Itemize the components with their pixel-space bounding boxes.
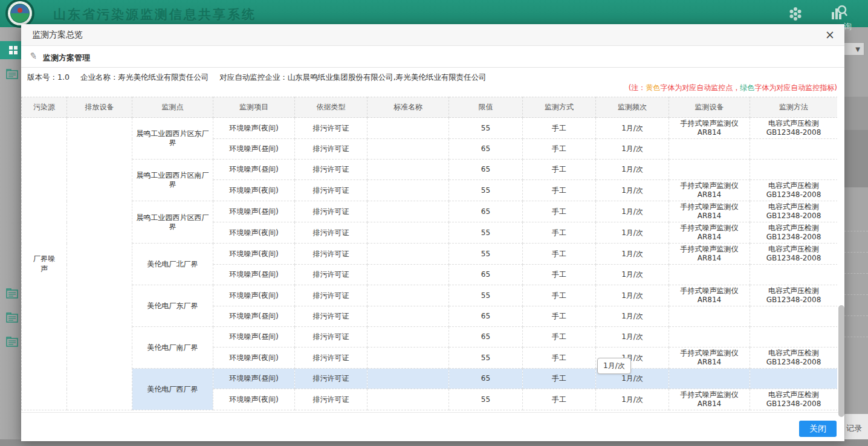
modal-footer: 关闭 <box>21 412 844 441</box>
cell-monitoring-point: 美伦电厂东厂界 <box>132 285 213 327</box>
cell-monitoring-frequency: 1月/次 <box>596 244 669 265</box>
cell-monitoring-device: 手持式噪声监测仪AR814 <box>669 244 750 265</box>
apps-grid-icon[interactable] <box>788 5 803 24</box>
table-row[interactable]: 晨鸣工业园西片区西厂界环境噪声(昼间)排污许可证65手工1月/次手持式噪声监测仪… <box>22 201 838 222</box>
cell-monitoring-item: 环境噪声(夜间) <box>213 244 295 265</box>
legend-note: (注：黄色字体为对应自动监控点，绿色字体为对应自动监控指标) <box>629 83 837 93</box>
cell-limit-value: 55 <box>449 244 523 265</box>
cell-monitoring-frequency: 1月/次 <box>596 285 669 306</box>
cell-monitoring-mode: 手工 <box>523 347 596 369</box>
cell-monitoring-item: 环境噪声(昼间) <box>213 327 295 347</box>
cell-standard-name <box>368 222 449 244</box>
note-prefix: (注： <box>629 83 646 92</box>
frequency-tooltip: 1月/次 <box>597 358 631 374</box>
modal-title: 监测方案总览 <box>32 30 83 40</box>
cell-basis-type: 排污许可证 <box>295 285 368 306</box>
records-label: 记录 <box>846 423 862 434</box>
scrollbar-thumb[interactable] <box>838 305 844 417</box>
cell-monitoring-device <box>669 160 750 180</box>
close-icon[interactable]: × <box>825 28 835 41</box>
cell-standard-name <box>368 201 449 222</box>
sidebar-item-dashboard[interactable] <box>0 41 21 59</box>
auto-company-value: 山东晨鸣纸业集团股份有限公司,寿光美伦纸业有限责任公司 <box>288 73 487 82</box>
cell-monitoring-mode: 手工 <box>523 139 596 160</box>
table-row[interactable]: 美伦电厂西厂界环境噪声(昼间)排污许可证65手工1月/次 <box>22 369 838 389</box>
background-grid-line <box>844 273 868 274</box>
cell-limit-value: 65 <box>449 160 523 180</box>
column-header: 监测方法 <box>750 97 838 118</box>
cell-limit-value: 65 <box>449 306 523 327</box>
cell-basis-type: 排污许可证 <box>295 347 368 369</box>
cell-monitoring-mode: 手工 <box>523 118 596 139</box>
folder-icon[interactable] <box>6 336 18 349</box>
close-button[interactable]: 关闭 <box>799 421 837 437</box>
cell-basis-type: 排污许可证 <box>295 180 368 201</box>
column-header: 依据类型 <box>295 97 368 118</box>
column-header: 监测频次 <box>596 97 669 118</box>
cell-basis-type: 排污许可证 <box>295 222 368 244</box>
cell-standard-name <box>368 180 449 201</box>
cell-basis-type: 排污许可证 <box>295 369 368 389</box>
background-grid-line <box>844 252 868 253</box>
cell-monitoring-device: 手持式噪声监测仪AR814 <box>669 180 750 201</box>
cell-monitoring-mode: 手工 <box>523 265 596 285</box>
sidebar <box>0 27 21 439</box>
cell-monitoring-device <box>669 327 750 347</box>
note-green: 绿色 <box>740 83 754 92</box>
folder-icon[interactable] <box>6 288 18 301</box>
cell-basis-type: 排污许可证 <box>295 389 368 410</box>
cell-monitoring-device <box>669 265 750 285</box>
table-row[interactable]: 厂界噪声晨鸣工业园西片区东厂界环境噪声(夜间)排污许可证55手工1月/次手持式噪… <box>22 118 838 139</box>
app-title: 山东省污染源监测信息共享系统 <box>53 6 256 23</box>
cell-monitoring-mode: 手工 <box>523 327 596 347</box>
version-value: 1.0 <box>57 73 70 82</box>
cell-monitoring-point: 美伦电厂西厂界 <box>132 369 213 410</box>
table-row[interactable]: 美伦电厂东厂界环境噪声(夜间)排污许可证55手工1月/次手持式噪声监测仪AR81… <box>22 285 838 306</box>
cell-standard-name <box>368 389 449 410</box>
column-header: 标准名称 <box>368 97 449 118</box>
cell-monitoring-method: 电容式声压检测GB12348-2008 <box>750 347 838 369</box>
folder-icon[interactable] <box>6 68 18 82</box>
cell-monitoring-method: 电容式声压检测GB12348-2008 <box>750 201 838 222</box>
background-grid-line <box>844 294 868 295</box>
cell-monitoring-method <box>750 139 838 160</box>
cell-monitoring-point: 美伦电厂南厂界 <box>132 327 213 369</box>
version-label: 版本号： <box>27 73 57 82</box>
cell-monitoring-method: 电容式声压检测GB12348-2008 <box>750 389 838 410</box>
cell-monitoring-mode: 手工 <box>523 201 596 222</box>
table-row[interactable]: 美伦电厂北厂界环境噪声(夜间)排污许可证55手工1月/次手持式噪声监测仪AR81… <box>22 244 838 265</box>
cell-monitoring-frequency: 1月/次 <box>596 160 669 180</box>
cell-monitoring-method: 电容式声压检测GB12348-2008 <box>750 222 838 244</box>
cell-limit-value: 65 <box>449 201 523 222</box>
cell-monitoring-method: 电容式声压检测GB12348-2008 <box>750 285 838 306</box>
table-row[interactable]: 美伦电厂南厂界环境噪声(昼间)排污许可证65手工1月/次 <box>22 327 838 347</box>
query-menu-label[interactable]: 询 <box>844 21 852 32</box>
folder-icon[interactable] <box>6 312 18 325</box>
cell-basis-type: 排污许可证 <box>295 265 368 285</box>
cell-basis-type: 排污许可证 <box>295 118 368 139</box>
cell-monitoring-method <box>750 265 838 285</box>
plan-table-head: 污染源排放设备监测点监测项目依据类型标准名称限值监测方式监测频次监测设备监测方法 <box>22 97 838 118</box>
cell-monitoring-point: 晨鸣工业园西片区东厂界 <box>132 118 213 160</box>
cell-standard-name <box>368 347 449 369</box>
monitoring-plan-modal: 监测方案总览 × ✎ 监测方案管理 版本号：1.0 企业名称：寿光美伦纸业有限责… <box>21 24 844 441</box>
column-header: 污染源 <box>22 97 67 118</box>
note-mid: 字体为对应自动监控点， <box>660 83 740 92</box>
cell-basis-type: 排污许可证 <box>295 244 368 265</box>
note-yellow: 黄色 <box>646 83 660 92</box>
cell-standard-name <box>368 369 449 389</box>
cell-monitoring-device: 手持式噪声监测仪AR814 <box>669 222 750 244</box>
cell-monitoring-frequency: 1月/次 <box>596 139 669 160</box>
plan-table: 污染源排放设备监测点监测项目依据类型标准名称限值监测方式监测频次监测设备监测方法… <box>21 97 837 410</box>
cell-monitoring-device: 手持式噪声监测仪AR814 <box>669 347 750 369</box>
cell-monitoring-item: 环境噪声(昼间) <box>213 306 295 327</box>
column-header: 监测方式 <box>523 97 596 118</box>
section-header: ✎ 监测方案管理 <box>21 46 844 68</box>
company-label: 企业名称： <box>80 73 118 82</box>
cell-monitoring-method: 电容式声压检测GB12348-2008 <box>750 180 838 201</box>
table-row[interactable]: 晨鸣工业园西片区南厂界环境噪声(昼间)排污许可证65手工1月/次 <box>22 160 838 180</box>
cell-standard-name <box>368 306 449 327</box>
cell-standard-name <box>368 160 449 180</box>
note-suffix: 字体为对应自动监控指标) <box>754 83 837 92</box>
auto-company-label: 对应自动监控企业： <box>219 73 288 82</box>
